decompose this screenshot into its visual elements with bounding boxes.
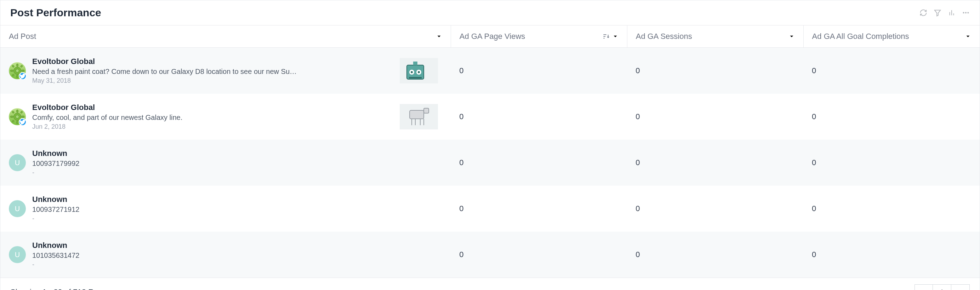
- svg-rect-30: [17, 110, 18, 113]
- goals-cell: 0: [803, 94, 980, 140]
- sessions-cell: 0: [627, 140, 803, 186]
- chevron-down-icon: [965, 33, 971, 40]
- goals-cell: 0: [803, 186, 980, 231]
- column-label: Ad GA Sessions: [636, 32, 692, 41]
- svg-rect-34: [12, 111, 14, 114]
- twitter-badge-icon: [19, 118, 27, 126]
- svg-rect-19: [12, 74, 14, 76]
- sessions-cell: 0: [627, 186, 803, 231]
- svg-point-38: [16, 115, 19, 119]
- page-name: Unknown: [32, 195, 442, 204]
- panel-title: Post Performance: [10, 7, 101, 19]
- column-label: Ad GA All Goal Completions: [812, 32, 909, 41]
- post-performance-panel: Post Performance Ad Post: [0, 0, 980, 290]
- post-date: Jun 2, 2018: [32, 123, 393, 130]
- panel-header: Post Performance: [0, 0, 980, 25]
- more-icon[interactable]: [962, 9, 970, 17]
- post-date: -: [32, 169, 442, 176]
- post-date: -: [32, 261, 442, 268]
- svg-point-6: [967, 12, 969, 13]
- goals-cell: 0: [803, 231, 980, 277]
- post-date: May 31, 2018: [32, 77, 393, 84]
- performance-table: Ad Post Ad GA Page Views: [0, 25, 980, 277]
- svg-rect-31: [17, 121, 18, 124]
- svg-point-20: [16, 69, 19, 73]
- goals-cell: 0: [803, 48, 980, 94]
- gear-avatar-icon: [9, 62, 26, 79]
- column-header-post[interactable]: Ad Post: [0, 25, 451, 48]
- filter-icon[interactable]: [934, 9, 942, 17]
- column-label: Ad Post: [9, 32, 36, 41]
- post-body: Comfy, cool, and part of our newest Gala…: [32, 114, 301, 122]
- column-label: Ad GA Page Views: [460, 32, 525, 41]
- panel-footer: Showing 1 - 20 of 713 Rows 1: [0, 277, 980, 290]
- post-body: Need a fresh paint coat? Come down to ou…: [32, 68, 301, 76]
- post-text: Unknown 100937179992 -: [32, 149, 442, 176]
- panel-actions: [920, 9, 970, 17]
- svg-rect-27: [413, 62, 417, 65]
- svg-rect-32: [11, 116, 13, 118]
- page-name: Unknown: [32, 149, 442, 158]
- chevron-down-icon: [612, 33, 619, 40]
- post-cell: Evoltobor Global Need a fresh paint coat…: [9, 54, 442, 88]
- post-date: -: [32, 215, 442, 222]
- svg-point-26: [418, 71, 420, 73]
- chevron-down-icon: [789, 33, 795, 40]
- page-name: Unknown: [32, 241, 442, 250]
- twitter-badge-icon: [19, 72, 27, 80]
- sort-descending-icon: [602, 33, 609, 40]
- post-text: Evoltobor Global Need a fresh paint coat…: [32, 57, 393, 84]
- column-header-goals[interactable]: Ad GA All Goal Completions: [803, 25, 980, 48]
- post-body: 100937271912: [32, 206, 301, 214]
- table-row[interactable]: U Unknown 100937179992 - 0 0 0: [0, 140, 980, 186]
- svg-rect-14: [11, 70, 13, 72]
- views-cell: 0: [451, 94, 627, 140]
- page-name: Evoltobor Global: [32, 57, 393, 66]
- svg-point-5: [965, 12, 966, 13]
- post-text: Evoltobor Global Comfy, cool, and part o…: [32, 103, 393, 130]
- unknown-avatar-icon: U: [9, 200, 26, 217]
- svg-rect-37: [12, 120, 14, 122]
- column-header-views[interactable]: Ad GA Page Views: [451, 25, 627, 48]
- svg-rect-12: [17, 64, 18, 67]
- table-row[interactable]: U Unknown 100937271912 - 0 0 0: [0, 186, 980, 231]
- post-cell: U Unknown 100937271912 -: [9, 191, 442, 226]
- svg-rect-40: [410, 110, 424, 119]
- post-cell: U Unknown 100937179992 -: [9, 145, 442, 180]
- post-text: Unknown 100937271912 -: [32, 195, 442, 222]
- table-row[interactable]: Evoltobor Global Need a fresh paint coat…: [0, 48, 980, 94]
- post-body: 101035631472: [32, 252, 301, 260]
- views-cell: 0: [451, 186, 627, 231]
- gear-avatar-icon: [9, 108, 26, 125]
- views-cell: 0: [451, 231, 627, 277]
- svg-rect-41: [424, 108, 429, 113]
- post-body: 100937179992: [32, 160, 301, 168]
- goals-cell: 0: [803, 140, 980, 186]
- post-thumbnail: [400, 58, 438, 84]
- unknown-avatar-icon: U: [9, 154, 26, 171]
- post-cell: Evoltobor Global Comfy, cool, and part o…: [9, 99, 442, 134]
- pager-next-button[interactable]: [951, 284, 970, 290]
- table-row[interactable]: Evoltobor Global Comfy, cool, and part o…: [0, 94, 980, 140]
- rows-summary: Showing 1 - 20 of 713 Rows: [10, 287, 108, 290]
- pager: 1: [915, 284, 970, 290]
- svg-point-25: [411, 71, 413, 73]
- svg-point-4: [963, 12, 964, 13]
- table-row[interactable]: U Unknown 101035631472 - 0 0 0: [0, 231, 980, 277]
- sessions-cell: 0: [627, 94, 803, 140]
- pager-prev-button[interactable]: [915, 284, 933, 290]
- post-cell: U Unknown 101035631472 -: [9, 237, 442, 272]
- chevron-down-icon: [436, 33, 442, 40]
- svg-marker-0: [935, 10, 941, 16]
- chart-icon[interactable]: [948, 9, 956, 17]
- refresh-icon[interactable]: [920, 9, 927, 17]
- svg-rect-28: [409, 77, 422, 79]
- post-thumbnail: [400, 104, 438, 130]
- page-name: Evoltobor Global: [32, 103, 393, 112]
- pager-current-page[interactable]: 1: [933, 284, 951, 290]
- views-cell: 0: [451, 140, 627, 186]
- unknown-avatar-icon: U: [9, 246, 26, 263]
- column-header-sessions[interactable]: Ad GA Sessions: [627, 25, 803, 48]
- svg-rect-16: [12, 65, 14, 68]
- post-text: Unknown 101035631472 -: [32, 241, 442, 268]
